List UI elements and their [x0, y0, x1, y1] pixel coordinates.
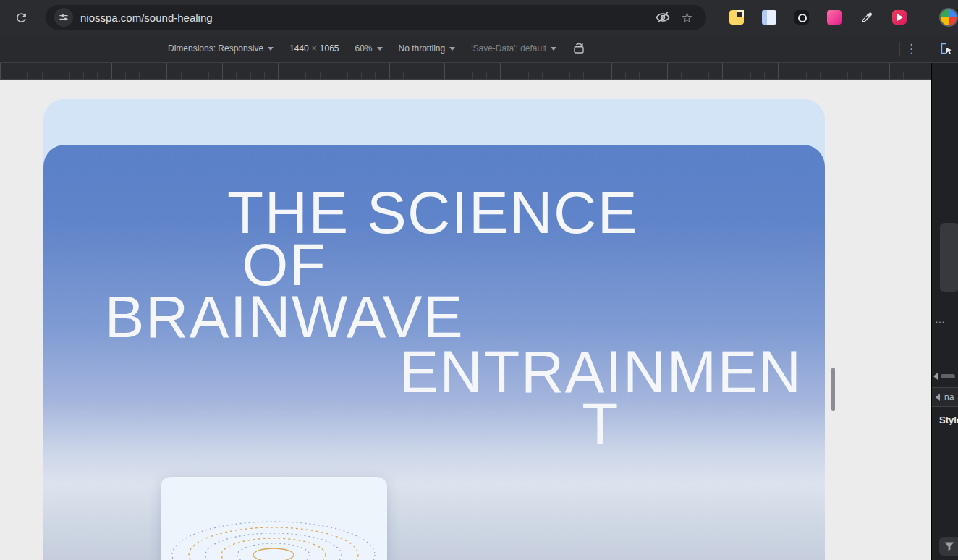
page-scrollbar-thumb[interactable]	[831, 368, 835, 411]
width-input[interactable]: 1440	[289, 43, 309, 54]
multiply-sign: ×	[309, 43, 320, 54]
filter-button[interactable]	[939, 537, 958, 556]
throttling-select[interactable]: No throttling	[399, 43, 456, 54]
rotate-viewport-icon[interactable]	[572, 42, 585, 55]
extension-pink-icon[interactable]	[827, 10, 842, 25]
reload-button[interactable]	[10, 6, 33, 29]
caret-down-icon	[551, 47, 556, 51]
hscroll-thumb[interactable]	[941, 374, 955, 378]
browser-toolbar: niosspa.com/sound-healing ☆	[0, 0, 958, 35]
address-bar[interactable]: niosspa.com/sound-healing ☆	[46, 5, 706, 30]
dimensions-select[interactable]: Dimensions: Responsive	[168, 43, 274, 54]
caret-down-icon	[449, 47, 455, 51]
extensions-row	[729, 8, 958, 27]
omnibox-actions: ☆	[655, 9, 693, 25]
profile-avatar[interactable]	[939, 8, 958, 27]
filter-funnel-icon	[944, 540, 955, 552]
panel-scrollbar-thumb[interactable]	[940, 223, 958, 292]
emulated-viewport: THE SCIENCE OF BRAINWAVE ENTRAINMEN T	[0, 80, 931, 560]
site-settings-icon[interactable]	[54, 8, 73, 27]
ruler	[0, 63, 931, 80]
bookmark-star-icon[interactable]: ☆	[681, 11, 693, 25]
panel-tab-strip: na	[932, 387, 958, 407]
sound-bowl-rings-illustration	[161, 477, 387, 560]
hero-section: THE SCIENCE OF BRAINWAVE ENTRAINMEN T	[43, 145, 825, 560]
url-text[interactable]: niosspa.com/sound-healing	[80, 12, 655, 24]
webpage[interactable]: THE SCIENCE OF BRAINWAVE ENTRAINMEN T	[43, 99, 825, 560]
eye-off-icon[interactable]	[655, 9, 671, 25]
device-toolbar: Dimensions: Responsive 1440 × 1065 60% N…	[0, 35, 958, 63]
tab-styles[interactable]: Styles	[939, 415, 958, 425]
panel-tab-fragment[interactable]: na	[944, 392, 954, 402]
more-options-icon[interactable]: ⋮	[905, 41, 917, 56]
inspect-element-icon[interactable]	[939, 41, 954, 58]
toolbar-separator	[899, 42, 900, 56]
reload-icon	[14, 11, 28, 25]
screen: niosspa.com/sound-healing ☆	[0, 0, 958, 560]
extension-docs-icon[interactable]	[762, 10, 776, 25]
height-input[interactable]: 1065	[320, 43, 339, 54]
extension-record-icon[interactable]	[794, 10, 809, 25]
caret-down-icon	[268, 47, 274, 51]
hero-heading-line: T	[582, 394, 619, 454]
extension-eyedropper-icon[interactable]	[860, 10, 874, 25]
panel-overflow-ellipsis[interactable]: …	[935, 313, 946, 325]
tabs-scroll-left-icon[interactable]	[936, 394, 940, 401]
dimensions-label: Dimensions: Responsive	[168, 43, 263, 54]
hero-heading-line: BRAINWAVE	[105, 287, 464, 347]
save-data-value: 'Save-Data': default	[471, 43, 546, 54]
extension-notes-icon[interactable]	[729, 10, 744, 25]
throttling-value: No throttling	[399, 43, 446, 54]
devtools-panel: … na Styles	[931, 63, 958, 560]
sound-bowl-card	[161, 477, 387, 560]
save-data-select[interactable]: 'Save-Data': default	[471, 43, 556, 54]
panel-horizontal-scrollbar[interactable]	[933, 373, 955, 380]
scroll-left-icon[interactable]	[933, 373, 938, 380]
extension-video-icon[interactable]	[892, 10, 907, 25]
zoom-value: 60%	[355, 43, 372, 54]
zoom-select[interactable]: 60%	[355, 43, 382, 54]
caret-down-icon	[377, 47, 383, 51]
